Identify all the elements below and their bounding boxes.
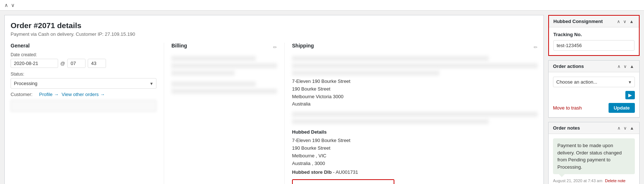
billing-edit-icon[interactable]: ✏ xyxy=(273,45,277,50)
order-notes-panel: Order notes ∧ ∨ ▲ Payment to be made upo… xyxy=(548,122,640,184)
shipping-address-4: Australia xyxy=(292,100,538,108)
general-section-title: General xyxy=(11,43,156,49)
order-notes-panel-title: Order notes xyxy=(553,125,580,131)
top-nav: ∧ ∨ xyxy=(0,0,644,11)
order-actions-panel-controls: ∧ ∨ ▲ xyxy=(617,64,635,69)
order-notes-chevron-up[interactable]: ∧ xyxy=(617,126,621,131)
move-to-trash-link[interactable]: Move to trash xyxy=(553,105,582,111)
profile-link[interactable]: Profile → xyxy=(39,92,58,97)
main-content: Order #2071 details Payment via Cash on … xyxy=(0,11,644,184)
hubbed-consignment-panel-body: Tracking No. xyxy=(549,27,639,55)
order-notes-panel-header: Order notes ∧ ∨ ▲ xyxy=(549,122,639,134)
hubbed-details-title: Hubbed Details xyxy=(292,129,538,135)
order-actions-panel-header: Order actions ∧ ∨ ▲ xyxy=(549,61,639,72)
hubbed-consignment-panel: Hubbed Consignment ∧ ∨ ▲ Tracking No. xyxy=(548,15,640,56)
view-orders-link[interactable]: View other orders → xyxy=(61,92,105,97)
note-date: August 21, 2020 at 7:43 am xyxy=(553,179,602,183)
col-shipping: Shipping ✏ 7-Eleven 190 Bourke Street 19… xyxy=(285,43,538,184)
order-notes-panel-controls: ∧ ∨ ▲ xyxy=(617,126,635,131)
order-notes-chevron-down[interactable]: ∨ xyxy=(623,126,628,131)
hubbed-address-1: 7-Eleven 190 Bourke Street xyxy=(292,137,538,145)
nav-down-arrow[interactable]: ∨ xyxy=(11,2,15,8)
action-select[interactable]: Choose an action... xyxy=(553,77,635,87)
order-actions-panel-body: Choose an action... ▼ ▶ Move to trash Up… xyxy=(549,72,639,117)
hubbed-consignment-panel-controls: ∧ ∨ ▲ xyxy=(616,19,634,24)
tracking-label: Tracking No. xyxy=(553,32,634,37)
date-label: Date created: xyxy=(11,52,156,57)
customer-row: Customer: Profile → View other orders → xyxy=(11,92,156,97)
consignment-box: Consignment No. - test-123456 xyxy=(292,179,394,184)
hubbed-consignment-chevron-up[interactable]: ∧ xyxy=(616,19,621,24)
order-actions-chevron-up[interactable]: ∧ xyxy=(617,64,621,69)
hubbed-consignment-panel-header: Hubbed Consignment ∧ ∨ ▲ xyxy=(549,16,639,27)
order-subtitle: Payment via Cash on delivery. Customer I… xyxy=(11,31,538,37)
order-actions-chevron-down[interactable]: ∨ xyxy=(623,64,628,69)
hubbed-address-2: 190 Bourke Street xyxy=(292,145,538,152)
note-text: Payment to be made upon delivery. Order … xyxy=(557,143,622,170)
order-columns: General Date created: @ Status: Processi… xyxy=(11,43,538,184)
hubbed-store: Hubbed store Dlb - AU001731 xyxy=(292,169,538,175)
at-symbol: @ xyxy=(60,61,65,66)
customer-blurred-input xyxy=(11,100,156,112)
billing-blurred-3 xyxy=(171,70,235,76)
shipping-blurred-2 xyxy=(292,63,538,68)
status-select[interactable]: Processing xyxy=(11,78,156,89)
shipping-address-1: 7-Eleven 190 Bourke Street xyxy=(292,78,538,85)
shipping-edit-icon[interactable]: ✏ xyxy=(534,45,538,50)
billing-blurred-1 xyxy=(171,56,256,61)
billing-blurred-5 xyxy=(171,89,277,94)
hubbed-address-4: Australia , 3000 xyxy=(292,160,538,168)
col-billing: Billing ✏ xyxy=(164,43,285,184)
nav-up-arrow[interactable]: ∧ xyxy=(4,2,8,8)
col-general: General Date created: @ Status: Processi… xyxy=(11,43,164,184)
hubbed-address-3: Melbourne , VIC xyxy=(292,152,538,160)
notes-bubble: Payment to be made upon delivery. Order … xyxy=(553,138,635,174)
shipping-address-3: Melbourne Victoria 3000 xyxy=(292,93,538,101)
shipping-blurred-5 xyxy=(292,119,489,124)
status-label: Status: xyxy=(11,72,156,77)
hubbed-consignment-panel-title: Hubbed Consignment xyxy=(553,19,603,24)
shipping-blurred-4 xyxy=(292,112,538,117)
shipping-address-2: 190 Bourke Street xyxy=(292,85,538,93)
notes-meta: August 21, 2020 at 7:43 am Delete note xyxy=(553,179,635,183)
hubbed-consignment-chevron-down[interactable]: ∨ xyxy=(622,19,627,24)
shipping-blurred-3 xyxy=(292,70,439,76)
order-actions-panel: Order actions ∧ ∨ ▲ Choose an action... … xyxy=(548,60,640,118)
shipping-section-header: Shipping ✏ xyxy=(292,43,538,52)
tracking-input[interactable] xyxy=(553,40,634,51)
page-wrapper: ∧ ∨ Order #2071 details Payment via Cash… xyxy=(0,0,644,184)
hubbed-store-label: Hubbed store Dlb xyxy=(292,169,332,175)
customer-label: Customer: xyxy=(11,92,36,97)
order-panel: Order #2071 details Payment via Cash on … xyxy=(4,15,544,184)
order-notes-expand[interactable]: ▲ xyxy=(629,126,635,131)
action-run-button[interactable]: ▶ xyxy=(625,91,635,99)
action-select-wrapper: Choose an action... ▼ xyxy=(553,77,635,87)
order-actions-panel-title: Order actions xyxy=(553,64,584,69)
customer-input-row xyxy=(11,100,156,112)
order-title: Order #2071 details xyxy=(11,21,538,30)
hubbed-store-value: - AU001731 xyxy=(333,169,358,175)
shipping-section-title: Shipping xyxy=(292,43,314,49)
hubbed-consignment-expand[interactable]: ▲ xyxy=(629,19,634,24)
billing-section-title: Billing xyxy=(171,43,187,49)
time-hour-input[interactable] xyxy=(67,59,86,68)
action-row: Move to trash Update xyxy=(553,103,635,113)
status-select-wrapper: Processing ▼ xyxy=(11,78,156,89)
delete-note-link[interactable]: Delete note xyxy=(605,179,625,183)
date-field-row: @ xyxy=(11,59,156,68)
order-notes-panel-body: Payment to be made upon delivery. Order … xyxy=(549,134,639,184)
shipping-blurred-1 xyxy=(292,56,489,61)
order-actions-expand[interactable]: ▲ xyxy=(629,64,635,69)
update-button[interactable]: Update xyxy=(609,103,635,113)
date-input[interactable] xyxy=(11,59,58,68)
billing-section-header: Billing ✏ xyxy=(171,43,277,52)
billing-blurred-2 xyxy=(171,63,277,68)
time-min-input[interactable] xyxy=(88,59,106,68)
right-sidebar: Hubbed Consignment ∧ ∨ ▲ Tracking No. Or… xyxy=(548,15,640,184)
customer-links: Profile → View other orders → xyxy=(39,92,105,97)
billing-blurred-4 xyxy=(171,81,256,87)
